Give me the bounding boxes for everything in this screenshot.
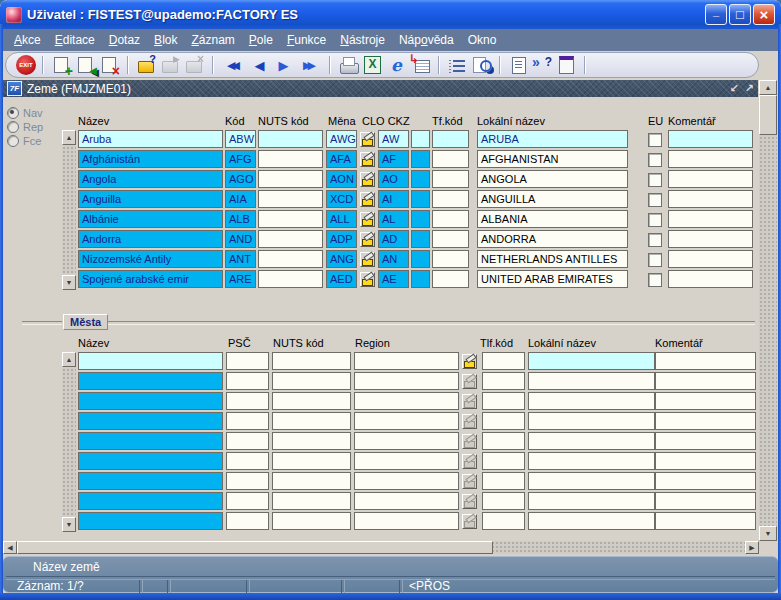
horizontal-scroll-thumb[interactable] bbox=[17, 541, 493, 554]
country-nuts-cell[interactable] bbox=[258, 210, 323, 228]
city-cell[interactable] bbox=[272, 372, 351, 390]
menu-item-zaznam[interactable]: Záznam bbox=[184, 31, 241, 49]
country-lokalni-cell[interactable]: UNITED ARAB EMIRATES bbox=[477, 270, 628, 288]
country-ckz-cell[interactable]: AW bbox=[378, 130, 409, 148]
minimize-button[interactable] bbox=[705, 4, 727, 25]
previous-record-button[interactable]: ◀ bbox=[248, 54, 271, 76]
country-nazev-cell[interactable]: Afghánistán bbox=[78, 150, 223, 168]
city-cell[interactable] bbox=[78, 432, 223, 450]
city-cell[interactable] bbox=[78, 352, 223, 370]
country-lokalni-cell[interactable]: ANGOLA bbox=[477, 170, 628, 188]
city-cell[interactable] bbox=[528, 432, 655, 450]
city-cell[interactable] bbox=[528, 492, 655, 510]
country-nazev-cell[interactable]: Albánie bbox=[78, 210, 223, 228]
city-cell[interactable] bbox=[655, 372, 756, 390]
country-nazev-cell[interactable]: Spojené arabské emir bbox=[78, 270, 223, 288]
first-record-button[interactable]: ◀◀ bbox=[220, 54, 247, 76]
city-cell[interactable] bbox=[655, 472, 756, 490]
country-ckz-cell[interactable]: AD bbox=[378, 230, 409, 248]
country-komentar-cell[interactable] bbox=[668, 250, 753, 268]
country-mena-cell[interactable]: AED bbox=[326, 270, 357, 288]
lov-button[interactable] bbox=[462, 354, 477, 369]
city-cell[interactable] bbox=[354, 392, 459, 410]
country-mena-cell[interactable]: AFA bbox=[326, 150, 357, 168]
eu-checkbox[interactable] bbox=[648, 213, 662, 227]
city-cell[interactable] bbox=[78, 492, 223, 510]
eu-checkbox[interactable] bbox=[648, 133, 662, 147]
city-cell[interactable] bbox=[482, 352, 525, 370]
country-tfkod-cell[interactable] bbox=[432, 150, 469, 168]
scroll-right-icon[interactable] bbox=[745, 541, 759, 554]
city-row[interactable] bbox=[62, 512, 756, 532]
country-komentar-cell[interactable] bbox=[668, 210, 753, 228]
country-row[interactable]: AngolaAGOAONAOANGOLA bbox=[62, 170, 756, 190]
city-row[interactable] bbox=[62, 372, 756, 392]
city-cell[interactable] bbox=[482, 372, 525, 390]
country-nuts-cell[interactable] bbox=[258, 250, 323, 268]
country-extra-cell[interactable] bbox=[411, 190, 430, 208]
next-record-button[interactable]: ▶ bbox=[272, 54, 295, 76]
country-kod-cell[interactable]: ARE bbox=[225, 270, 256, 288]
country-lokalni-cell[interactable]: NETHERLANDS ANTILLES bbox=[477, 250, 628, 268]
country-nazev-cell[interactable]: Anguilla bbox=[78, 190, 223, 208]
tree-list-button[interactable] bbox=[446, 54, 469, 76]
country-kod-cell[interactable]: AGO bbox=[225, 170, 256, 188]
menu-item-funkce[interactable]: Funkce bbox=[280, 31, 333, 49]
maximize-button[interactable] bbox=[729, 4, 751, 25]
horizontal-scrollbar[interactable] bbox=[3, 541, 759, 554]
city-cell[interactable] bbox=[528, 372, 655, 390]
enter-query-button[interactable] bbox=[135, 54, 158, 76]
delete-record-button[interactable] bbox=[98, 54, 121, 76]
city-cell[interactable] bbox=[226, 372, 269, 390]
city-cell[interactable] bbox=[482, 432, 525, 450]
city-cell[interactable] bbox=[528, 472, 655, 490]
eu-checkbox[interactable] bbox=[648, 193, 662, 207]
city-cell[interactable] bbox=[354, 472, 459, 490]
country-row[interactable]: Nizozemské AntilyANTANGANNETHERLANDS ANT… bbox=[62, 250, 756, 270]
country-mena-cell[interactable]: ALL bbox=[326, 210, 357, 228]
form-window-title-bar[interactable]: 7F Země (FMJZME01) bbox=[3, 80, 758, 97]
city-row[interactable] bbox=[62, 492, 756, 512]
city-row[interactable] bbox=[62, 352, 756, 372]
city-cell[interactable] bbox=[226, 432, 269, 450]
menu-item-dotaz[interactable]: Dotaz bbox=[102, 31, 147, 49]
city-cell[interactable] bbox=[354, 512, 459, 530]
document-button[interactable] bbox=[507, 54, 530, 76]
eu-checkbox[interactable] bbox=[648, 233, 662, 247]
country-lokalni-cell[interactable]: ARUBA bbox=[477, 130, 628, 148]
country-tfkod-cell[interactable] bbox=[432, 250, 469, 268]
country-ckz-cell[interactable]: AN bbox=[378, 250, 409, 268]
insert-record-button[interactable] bbox=[50, 54, 73, 76]
city-cell[interactable] bbox=[655, 352, 756, 370]
city-cell[interactable] bbox=[226, 512, 269, 530]
city-cell[interactable] bbox=[272, 392, 351, 410]
city-cell[interactable] bbox=[226, 472, 269, 490]
city-cell[interactable] bbox=[78, 472, 223, 490]
city-cell[interactable] bbox=[482, 412, 525, 430]
country-extra-cell[interactable] bbox=[411, 270, 430, 288]
country-row[interactable]: AnguillaAIAXCDAIANGUILLA bbox=[62, 190, 756, 210]
country-extra-cell[interactable] bbox=[411, 250, 430, 268]
city-row[interactable] bbox=[62, 392, 756, 412]
country-nuts-cell[interactable] bbox=[258, 270, 323, 288]
city-cell[interactable] bbox=[78, 372, 223, 390]
radio-rep[interactable]: Rep bbox=[7, 121, 43, 133]
country-extra-cell[interactable] bbox=[411, 150, 430, 168]
exit-button[interactable]: EXIT bbox=[16, 55, 36, 75]
city-cell[interactable] bbox=[226, 392, 269, 410]
country-ckz-cell[interactable]: AI bbox=[378, 190, 409, 208]
country-mena-cell[interactable]: XCD bbox=[326, 190, 357, 208]
country-nazev-cell[interactable]: Aruba bbox=[78, 130, 223, 148]
city-cell[interactable] bbox=[482, 512, 525, 530]
menu-item-editace[interactable]: Editace bbox=[48, 31, 102, 49]
radio-fce[interactable]: Fce bbox=[7, 135, 41, 147]
eu-checkbox[interactable] bbox=[648, 253, 662, 267]
country-komentar-cell[interactable] bbox=[668, 150, 753, 168]
country-kod-cell[interactable]: AIA bbox=[225, 190, 256, 208]
country-mena-cell[interactable]: AWG bbox=[326, 130, 357, 148]
country-komentar-cell[interactable] bbox=[668, 230, 753, 248]
menu-item-pole[interactable]: Pole bbox=[242, 31, 280, 49]
city-cell[interactable] bbox=[226, 352, 269, 370]
country-lokalni-cell[interactable]: ALBANIA bbox=[477, 210, 628, 228]
country-nuts-cell[interactable] bbox=[258, 230, 323, 248]
